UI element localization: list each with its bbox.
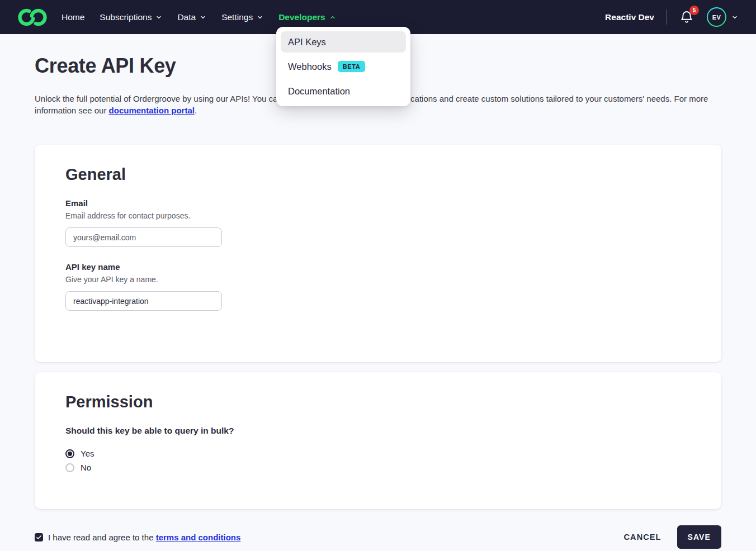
general-card: General Email Email address for contact …	[35, 145, 721, 362]
save-button[interactable]: SAVE	[677, 525, 722, 549]
general-card-title: General	[65, 165, 691, 184]
terms-agreement-prefix: I have read and agree to the	[48, 533, 156, 542]
nav-item-settings-label: Settings	[221, 12, 253, 22]
email-label: Email	[65, 198, 691, 208]
developers-dropdown-menu: API Keys Webhooks BETA Documentation	[276, 27, 410, 106]
footer-actions-row: I have read and agree to the terms and c…	[35, 525, 721, 549]
nav-item-developers[interactable]: Developers	[278, 12, 336, 22]
api-key-name-help-text: Give your API key a name.	[65, 275, 691, 284]
chevron-up-icon	[329, 14, 336, 21]
nav-item-developers-label: Developers	[278, 12, 325, 22]
nav-item-data[interactable]: Data	[177, 12, 206, 22]
ordergroove-logo-icon	[18, 7, 47, 28]
menu-item-webhooks-label: Webhooks	[288, 61, 332, 72]
notifications-button[interactable]: 5	[678, 9, 695, 26]
radio-option-yes[interactable]: Yes	[65, 449, 691, 458]
chevron-down-icon	[257, 14, 263, 21]
chevron-down-icon	[731, 14, 738, 21]
form-action-buttons: CANCEL SAVE	[623, 525, 721, 549]
permission-card-title: Permission	[65, 393, 691, 411]
terms-agreement-text: I have read and agree to the terms and c…	[48, 533, 240, 542]
chevron-down-icon	[200, 14, 206, 21]
menu-item-api-keys[interactable]: API Keys	[281, 31, 406, 53]
cancel-button[interactable]: CANCEL	[623, 533, 661, 542]
beta-badge: BETA	[338, 61, 366, 72]
radio-yes-label: Yes	[81, 449, 94, 458]
radio-yes-button[interactable]	[65, 449, 74, 458]
terms-checkbox[interactable]	[35, 533, 43, 542]
nav-item-home-label: Home	[62, 12, 84, 22]
nav-item-home[interactable]: Home	[62, 12, 84, 22]
permission-card: Permission Should this key be able to qu…	[35, 372, 721, 509]
bulk-query-question: Should this key be able to query in bulk…	[65, 426, 691, 436]
documentation-portal-link[interactable]: documentation portal	[109, 106, 195, 115]
user-menu[interactable]: EV	[707, 7, 738, 27]
menu-item-documentation[interactable]: Documentation	[281, 80, 406, 102]
email-input[interactable]	[65, 227, 222, 247]
avatar-initials: EV	[708, 8, 725, 26]
api-key-name-field-group: API key name Give your API key a name.	[65, 262, 691, 311]
email-field-group: Email Email address for contact purposes…	[65, 198, 691, 247]
chevron-down-icon	[155, 14, 162, 21]
menu-item-webhooks[interactable]: Webhooks BETA	[281, 56, 406, 77]
radio-option-no[interactable]: No	[65, 463, 691, 472]
menu-item-api-keys-label: API Keys	[288, 37, 326, 48]
nav-item-settings[interactable]: Settings	[221, 12, 263, 22]
api-key-name-input[interactable]	[65, 291, 222, 311]
radio-no-button[interactable]	[65, 463, 74, 472]
main-content: Create API Key Unlock the full potential…	[0, 34, 756, 549]
nav-item-data-label: Data	[177, 12, 196, 22]
nav-item-subscriptions[interactable]: Subscriptions	[100, 12, 162, 22]
check-icon	[36, 534, 42, 540]
email-help-text: Email address for contact purposes.	[65, 211, 691, 220]
ordergroove-logo[interactable]	[18, 7, 47, 28]
notification-badge: 5	[689, 6, 699, 15]
menu-item-documentation-label: Documentation	[288, 86, 350, 97]
nav-item-subscriptions-label: Subscriptions	[100, 12, 152, 22]
page-description-period: .	[195, 106, 197, 115]
nav-divider	[666, 10, 667, 25]
main-menu: Home Subscriptions Data Settings Develop…	[62, 12, 336, 22]
nav-right-group: Reactiv Dev 5 EV	[605, 7, 738, 27]
radio-no-label: No	[81, 463, 91, 472]
terms-and-conditions-link[interactable]: terms and conditions	[156, 533, 241, 542]
avatar: EV	[707, 7, 726, 27]
api-key-name-label: API key name	[65, 262, 691, 272]
user-name: Reactiv Dev	[605, 12, 654, 22]
terms-agreement-group: I have read and agree to the terms and c…	[35, 533, 240, 542]
